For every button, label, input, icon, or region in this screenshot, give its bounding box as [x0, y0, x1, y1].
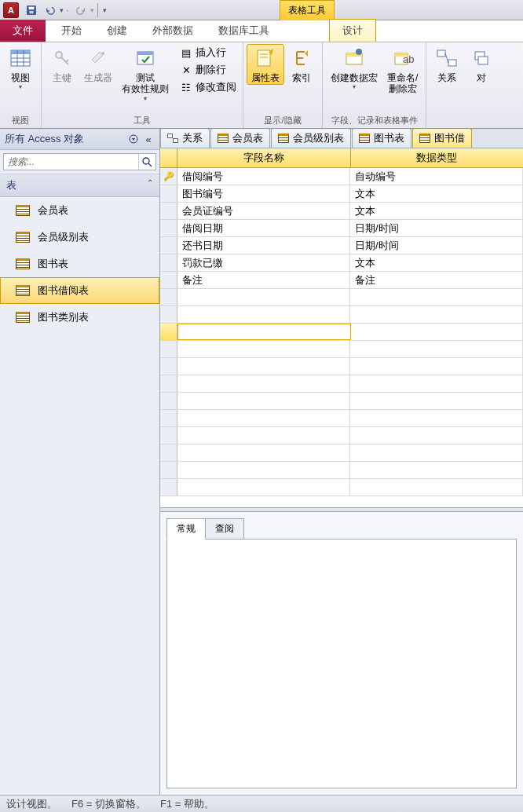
nav-search-input[interactable] — [4, 154, 138, 170]
nav-pane-header[interactable]: 所有 Access 对象 « — [0, 129, 159, 150]
property-sheet-button[interactable]: 属性表 — [247, 44, 284, 85]
row-selector[interactable] — [160, 324, 177, 340]
nav-item-table[interactable]: 会员表 — [0, 197, 159, 224]
data-type-cell[interactable]: 日期/时间 — [350, 220, 523, 236]
field-name-cell[interactable] — [177, 341, 350, 357]
row-selector[interactable] — [160, 220, 177, 236]
delete-rows-button[interactable]: ✕删除行 — [177, 61, 240, 79]
field-name-cell[interactable]: 借阅日期 — [177, 220, 350, 236]
field-name-cell[interactable] — [177, 479, 350, 496]
field-name-cell[interactable]: 还书日期 — [177, 237, 350, 254]
data-type-cell[interactable] — [350, 289, 523, 305]
field-name-cell[interactable] — [177, 324, 351, 340]
data-type-cell[interactable] — [350, 306, 523, 323]
document-tab[interactable]: 会员级别表 — [271, 129, 351, 148]
qat-undo-button[interactable] — [42, 2, 58, 18]
design-grid-body[interactable]: 🔑借阅编号自动编号图书编号文本会员证编号文本借阅日期日期/时间还书日期日期/时间… — [160, 168, 523, 507]
row-selector[interactable] — [160, 289, 177, 305]
field-name-cell[interactable] — [177, 289, 350, 305]
property-tab-lookup[interactable]: 查阅 — [205, 518, 244, 540]
row-selector[interactable] — [160, 254, 177, 271]
data-type-cell[interactable]: 自动编号 — [350, 168, 523, 185]
design-grid-row[interactable] — [160, 358, 523, 375]
document-tab[interactable]: 图书表 — [352, 129, 411, 148]
row-selector[interactable] — [160, 375, 177, 392]
ribbon-tab-design[interactable]: 设计 — [329, 19, 376, 42]
ribbon-tab-file[interactable]: 文件 — [0, 20, 46, 42]
field-name-cell[interactable] — [177, 306, 350, 323]
data-type-cell[interactable]: 文本 — [350, 185, 523, 202]
column-header-data-type[interactable]: 数据类型 — [351, 148, 524, 167]
design-grid-row[interactable] — [160, 479, 523, 496]
design-grid-row[interactable] — [160, 427, 523, 444]
data-type-cell[interactable] — [351, 324, 524, 340]
qat-customize-button[interactable]: ▾ — [103, 6, 107, 14]
design-grid-row[interactable] — [160, 375, 523, 393]
data-type-cell[interactable]: 备注 — [350, 272, 523, 288]
data-type-cell[interactable] — [350, 358, 523, 375]
data-type-cell[interactable] — [350, 375, 523, 392]
design-grid-row[interactable] — [160, 289, 523, 306]
ribbon-tab-home[interactable]: 开始 — [49, 20, 94, 42]
data-type-cell[interactable] — [350, 462, 523, 478]
object-dependencies-button[interactable]: 对 — [464, 44, 499, 85]
design-grid-row[interactable]: 罚款已缴文本 — [160, 254, 523, 272]
field-name-cell[interactable] — [177, 444, 350, 461]
field-name-cell[interactable]: 罚款已缴 — [177, 254, 350, 271]
row-selector[interactable] — [160, 462, 177, 478]
field-name-cell[interactable]: 备注 — [177, 272, 350, 288]
row-selector[interactable]: 🔑 — [160, 168, 177, 185]
design-grid-row[interactable]: 图书编号文本 — [160, 185, 523, 203]
field-name-cell[interactable]: 会员证编号 — [177, 203, 350, 219]
design-grid-row[interactable] — [160, 324, 523, 341]
nav-item-table[interactable]: 图书表 — [0, 251, 159, 277]
primary-key-button[interactable]: 主键 — [45, 44, 79, 85]
property-tab-general[interactable]: 常规 — [166, 518, 206, 540]
row-selector[interactable] — [160, 444, 177, 461]
qat-redo-button[interactable] — [73, 2, 89, 18]
builder-button[interactable]: 生成器 — [79, 44, 117, 85]
ribbon-tab-database-tools[interactable]: 数据库工具 — [206, 20, 282, 42]
view-button[interactable]: 视图 ▾ — [3, 44, 38, 92]
relationships-button[interactable]: 关系 — [430, 44, 464, 85]
row-selector[interactable] — [160, 479, 177, 496]
field-name-cell[interactable] — [177, 427, 350, 444]
row-selector[interactable] — [160, 341, 177, 357]
design-grid-row[interactable]: 还书日期日期/时间 — [160, 237, 523, 254]
data-type-cell[interactable] — [350, 410, 523, 426]
ribbon-tab-create[interactable]: 创建 — [94, 20, 140, 42]
data-type-cell[interactable] — [350, 341, 523, 357]
data-type-cell[interactable]: 文本 — [350, 254, 523, 271]
ribbon-tab-external-data[interactable]: 外部数据 — [140, 20, 206, 42]
row-selector[interactable] — [160, 427, 177, 444]
column-header-field-name[interactable]: 字段名称 — [177, 148, 351, 167]
insert-rows-button[interactable]: ▤插入行 — [177, 44, 240, 61]
row-selector[interactable] — [160, 393, 177, 409]
design-grid-row[interactable] — [160, 410, 523, 427]
modify-lookups-button[interactable]: ☷修改查阅 — [177, 79, 240, 96]
field-name-cell[interactable] — [177, 393, 350, 409]
row-selector[interactable] — [160, 237, 177, 254]
field-name-cell[interactable]: 图书编号 — [177, 185, 350, 202]
document-tab[interactable]: 图书借 — [412, 129, 472, 148]
field-name-cell[interactable] — [177, 462, 350, 478]
row-selector[interactable] — [160, 185, 177, 202]
nav-collapse-button[interactable]: « — [142, 133, 155, 145]
design-grid-row[interactable] — [160, 444, 523, 462]
data-type-cell[interactable]: 日期/时间 — [350, 237, 523, 254]
design-grid-row[interactable]: 借阅日期日期/时间 — [160, 220, 523, 237]
design-grid-row[interactable]: 🔑借阅编号自动编号 — [160, 168, 523, 185]
field-name-cell[interactable]: 借阅编号 — [177, 168, 350, 185]
data-type-cell[interactable] — [350, 444, 523, 461]
row-selector[interactable] — [160, 203, 177, 219]
design-grid-row[interactable] — [160, 341, 523, 358]
data-type-cell[interactable] — [350, 479, 523, 496]
document-tab[interactable]: 会员表 — [210, 129, 270, 148]
design-grid-row[interactable] — [160, 306, 523, 324]
nav-search-button[interactable] — [138, 154, 155, 170]
nav-item-table[interactable]: 图书类别表 — [0, 304, 159, 331]
data-type-cell[interactable] — [350, 393, 523, 409]
rename-delete-macro-button[interactable]: ab 重命名/ 删除宏 — [382, 44, 422, 97]
row-selector[interactable] — [160, 410, 177, 426]
document-tab[interactable]: 关系 — [160, 129, 210, 148]
